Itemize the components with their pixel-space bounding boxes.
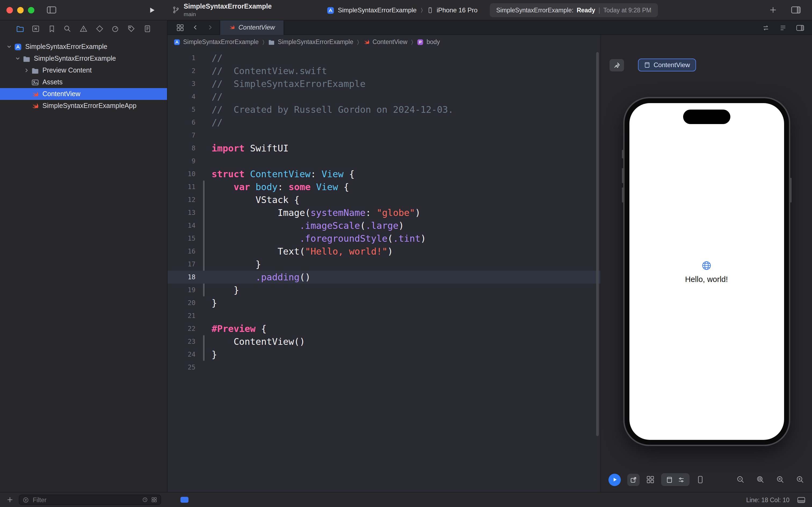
line-number[interactable]: 9	[168, 155, 195, 168]
filter-input[interactable]	[32, 496, 139, 504]
preview-tab-pill[interactable]: ContentView	[638, 59, 696, 71]
line-number[interactable]: 25	[168, 361, 195, 374]
line-number[interactable]: 23	[168, 335, 195, 348]
zoom-button[interactable]	[28, 7, 35, 13]
add-button[interactable]	[769, 6, 777, 14]
code-text[interactable]: .padding()	[212, 271, 311, 284]
code-text[interactable]: }	[212, 284, 239, 296]
filter-options-icon[interactable]	[151, 497, 157, 503]
code-line-14[interactable]: 14 .imageScale(.large)	[168, 219, 600, 232]
zoom-100-button[interactable]	[776, 475, 785, 484]
code-text[interactable]: // SimpleSyntaxErrorExample	[212, 77, 365, 90]
code-line-25[interactable]: 25	[168, 361, 600, 374]
code-text[interactable]: //	[212, 52, 223, 64]
line-number[interactable]: 1	[168, 52, 195, 64]
line-number[interactable]: 13	[168, 206, 195, 219]
device-settings-button[interactable]	[661, 473, 690, 486]
zoom-in-button[interactable]	[796, 475, 805, 484]
code-text[interactable]: .imageScale(.large)	[212, 219, 404, 232]
code-line-5[interactable]: 5// Created by Russell Gordon on 2024-12…	[168, 103, 600, 116]
code-line-12[interactable]: 12 VStack {	[168, 193, 600, 206]
code-text[interactable]: struct ContentView: View {	[212, 168, 354, 180]
code-line-13[interactable]: 13 Image(systemName: "globe")	[168, 206, 600, 219]
tab-overview-icon[interactable]	[176, 23, 184, 32]
run-destination[interactable]: iPhone 16 Pro	[437, 6, 477, 14]
filter-field[interactable]	[19, 495, 161, 505]
code-text[interactable]: //	[212, 116, 223, 129]
sidebar-item-contentview[interactable]: ContentView	[0, 88, 167, 100]
editor-layout-icon[interactable]	[791, 5, 801, 14]
line-number[interactable]: 22	[168, 322, 195, 335]
sidebar-item-project-root[interactable]: SimpleSyntaxErrorExample	[0, 41, 167, 53]
line-number[interactable]: 7	[168, 129, 195, 142]
code-line-23[interactable]: 23 ContentView()	[168, 335, 600, 348]
line-number[interactable]: 14	[168, 219, 195, 232]
variants-button[interactable]	[646, 475, 655, 484]
back-icon[interactable]	[192, 24, 199, 31]
disclosure-down-icon[interactable]	[14, 55, 21, 62]
live-preview-button[interactable]	[608, 473, 621, 486]
navigator-debug-button[interactable]	[110, 22, 121, 35]
sidebar-item-assets[interactable]: Assets	[0, 76, 167, 88]
line-number[interactable]: 12	[168, 193, 195, 206]
code-text[interactable]: }	[212, 348, 217, 361]
breadcrumb-2[interactable]: ContentView	[363, 39, 407, 45]
recents-clock-icon[interactable]	[142, 497, 148, 503]
code-line-11[interactable]: 11 var body: some View {	[168, 180, 600, 193]
code-line-3[interactable]: 3// SimpleSyntaxErrorExample	[168, 77, 600, 90]
navigator-find-button[interactable]	[62, 22, 73, 35]
minimap-icon[interactable]	[779, 24, 787, 32]
code-text[interactable]: Image(systemName: "globe")	[212, 206, 420, 219]
scheme-selector[interactable]: SimpleSyntaxErrorExample 〉 iPhone 16 Pro	[327, 4, 477, 16]
code-text[interactable]: VStack {	[212, 193, 300, 206]
code-text[interactable]: ContentView()	[212, 335, 305, 348]
code-line-1[interactable]: 1//	[168, 52, 600, 64]
breadcrumb-1[interactable]: SimpleSyntaxErrorExample	[268, 39, 353, 45]
code-text[interactable]: // Created by Russell Gordon on 2024-12-…	[212, 103, 454, 116]
line-number[interactable]: 21	[168, 309, 195, 322]
line-number[interactable]: 10	[168, 168, 195, 180]
sidebar-item-group-simplesyntaxerrorexample[interactable]: SimpleSyntaxErrorExample	[0, 53, 167, 64]
line-number[interactable]: 15	[168, 232, 195, 245]
code-line-15[interactable]: 15 .foregroundStyle(.tint)	[168, 232, 600, 245]
sidebar-item-preview-content[interactable]: Preview Content	[0, 64, 167, 76]
code-text[interactable]: #Preview {	[212, 322, 267, 335]
scheme-name[interactable]: SimpleSyntaxErrorExample	[338, 6, 416, 14]
line-number[interactable]: 3	[168, 77, 195, 90]
pin-preview-button[interactable]	[610, 59, 624, 71]
navigator-tests-button[interactable]	[94, 22, 105, 35]
zoom-fit-button[interactable]	[756, 475, 765, 484]
code-line-20[interactable]: 20}	[168, 296, 600, 309]
line-number[interactable]: 20	[168, 296, 195, 309]
line-number[interactable]: 18	[168, 271, 195, 284]
code-line-22[interactable]: 22#Preview {	[168, 322, 600, 335]
code-line-2[interactable]: 2// ContentView.swift	[168, 64, 600, 77]
line-number[interactable]: 6	[168, 116, 195, 129]
breadcrumb-3[interactable]: Pbody	[417, 39, 440, 45]
code-line-19[interactable]: 19 }	[168, 284, 600, 296]
code-review-icon[interactable]	[761, 24, 770, 32]
navigator-project-navigator-button[interactable]	[14, 22, 26, 35]
bottom-panel-icon[interactable]	[797, 496, 806, 504]
sidebar-toggle-icon[interactable]	[46, 5, 57, 14]
code-line-21[interactable]: 21	[168, 309, 600, 322]
breadcrumb-0[interactable]: SimpleSyntaxErrorExample	[173, 39, 258, 45]
line-number[interactable]: 16	[168, 245, 195, 258]
code-line-9[interactable]: 9	[168, 155, 600, 168]
code-line-8[interactable]: 8import SwiftUI	[168, 142, 600, 155]
minimize-button[interactable]	[17, 7, 23, 13]
zoom-out-button[interactable]	[736, 475, 745, 484]
close-button[interactable]	[6, 7, 13, 13]
code-line-10[interactable]: 10struct ContentView: View {	[168, 168, 600, 180]
preview-screen[interactable]: Hello, world!	[629, 103, 784, 440]
code-line-17[interactable]: 17 }	[168, 258, 600, 271]
code-text[interactable]: .foregroundStyle(.tint)	[212, 232, 426, 245]
line-number[interactable]: 19	[168, 284, 195, 296]
line-number[interactable]: 2	[168, 64, 195, 77]
sidebar-item-app-file[interactable]: SimpleSyntaxErrorExampleApp	[0, 100, 167, 112]
code-line-7[interactable]: 7	[168, 129, 600, 142]
code-line-4[interactable]: 4//	[168, 90, 600, 103]
code-text[interactable]: Text("Hello, world!")	[212, 245, 393, 258]
navigator-issues-button[interactable]	[77, 22, 90, 35]
code-area[interactable]: 1//2// ContentView.swift3// SimpleSyntax…	[168, 49, 600, 492]
